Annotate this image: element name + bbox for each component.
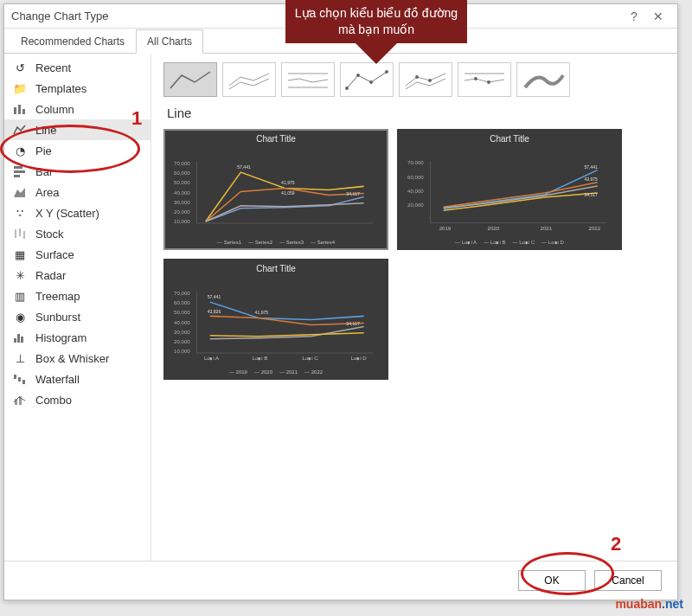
svg-text:40,000: 40,000 xyxy=(174,189,190,196)
sidebar-item-scatter[interactable]: ∵X Y (Scatter) xyxy=(4,202,151,223)
sidebar-item-surface[interactable]: ▦Surface xyxy=(4,244,151,265)
stock-chart-icon xyxy=(11,227,29,241)
subtype-100-stacked-line-markers[interactable] xyxy=(458,62,511,97)
svg-text:70,000: 70,000 xyxy=(174,290,190,296)
svg-text:43,975: 43,975 xyxy=(584,176,598,182)
svg-text:Loại D: Loại D xyxy=(350,355,367,362)
svg-text:57,441: 57,441 xyxy=(208,294,221,299)
sidebar-item-radar[interactable]: ✳Radar xyxy=(4,265,151,286)
svg-point-25 xyxy=(487,80,490,84)
svg-point-23 xyxy=(428,79,432,82)
svg-rect-3 xyxy=(14,166,22,169)
svg-rect-1 xyxy=(18,105,21,114)
sidebar-item-sunburst[interactable]: ◉Sunburst xyxy=(4,306,151,327)
sidebar-item-column[interactable]: Column xyxy=(4,99,151,119)
svg-rect-5 xyxy=(14,175,20,177)
svg-rect-10 xyxy=(14,338,16,343)
annotation-callout: Lựa chọn kiểu biểu đồ đường mà bạn muốn xyxy=(285,0,467,43)
svg-point-19 xyxy=(356,74,360,77)
close-button[interactable]: ✕ xyxy=(646,10,670,23)
svg-text:41,059: 41,059 xyxy=(281,190,295,196)
svg-rect-2 xyxy=(22,109,25,114)
svg-text:60,000: 60,000 xyxy=(174,170,190,176)
svg-text:50,000: 50,000 xyxy=(174,179,190,185)
svg-rect-11 xyxy=(17,334,20,343)
svg-text:Loại B: Loại B xyxy=(253,355,268,362)
column-chart-icon xyxy=(11,102,29,116)
subtype-3d-line[interactable] xyxy=(516,62,570,97)
svg-text:40,000: 40,000 xyxy=(174,319,190,325)
svg-text:34,117: 34,117 xyxy=(346,191,360,196)
svg-text:41,975: 41,975 xyxy=(255,310,269,315)
svg-text:60,000: 60,000 xyxy=(174,299,190,305)
svg-text:34,117: 34,117 xyxy=(584,192,598,197)
watermark: muaban.net xyxy=(615,597,683,611)
sidebar-item-histogram[interactable]: Histogram xyxy=(4,327,151,348)
annotation-number-2: 2 xyxy=(611,533,621,555)
help-button[interactable]: ? xyxy=(622,10,646,23)
undo-icon: ↺ xyxy=(11,61,29,74)
chart-preview-3[interactable]: Chart Title 70,00060,00050,00040,00030,0… xyxy=(163,259,388,380)
svg-text:20,000: 20,000 xyxy=(174,338,190,344)
histogram-icon xyxy=(11,330,29,344)
subtype-line[interactable] xyxy=(163,62,217,97)
cancel-button[interactable]: Cancel xyxy=(594,570,662,591)
chart-preview-1[interactable]: Chart Title 70,00060,00050,00040,00030,0… xyxy=(163,129,388,250)
chart-content-panel: Line Chart Title 70,00060,00050,00040,00… xyxy=(151,54,677,561)
sidebar-item-waterfall[interactable]: Waterfall xyxy=(4,369,151,389)
svg-text:57,441: 57,441 xyxy=(237,164,251,170)
svg-text:60,000: 60,000 xyxy=(407,174,424,180)
subtype-100-stacked-line[interactable] xyxy=(281,62,335,97)
svg-text:70,000: 70,000 xyxy=(174,160,190,166)
sidebar-item-bar[interactable]: Bar xyxy=(4,161,151,182)
box-whisker-icon: ⊥ xyxy=(11,351,29,365)
svg-rect-12 xyxy=(21,337,23,343)
scatter-chart-icon: ∵ xyxy=(11,206,29,220)
svg-text:Loại C: Loại C xyxy=(303,355,319,362)
subtype-stacked-line-markers[interactable] xyxy=(399,62,452,97)
subtype-stacked-line[interactable] xyxy=(222,62,276,97)
svg-text:57,441: 57,441 xyxy=(584,164,598,170)
svg-text:41,975: 41,975 xyxy=(281,180,295,185)
sidebar-item-combo[interactable]: Combo xyxy=(4,389,151,410)
svg-point-22 xyxy=(415,75,419,79)
subtype-line-markers[interactable] xyxy=(340,62,394,97)
svg-text:34,117: 34,117 xyxy=(346,321,360,326)
svg-rect-14 xyxy=(18,377,21,382)
sidebar-item-stock[interactable]: Stock xyxy=(4,223,151,244)
sidebar-item-recent[interactable]: ↺Recent xyxy=(4,57,151,78)
svg-text:40,000: 40,000 xyxy=(407,188,424,194)
sidebar-item-templates[interactable]: 📁Templates xyxy=(4,78,151,99)
svg-text:30,000: 30,000 xyxy=(174,199,190,205)
section-title: Line xyxy=(167,106,665,120)
chart-previews: Chart Title 70,00060,00050,00040,00030,0… xyxy=(163,129,665,380)
pie-chart-icon: ◔ xyxy=(11,144,29,157)
folder-icon: 📁 xyxy=(11,81,29,95)
surface-chart-icon: ▦ xyxy=(11,247,29,261)
tab-all-charts[interactable]: All Charts xyxy=(136,29,203,54)
svg-text:20,000: 20,000 xyxy=(407,202,424,208)
sidebar-item-box-whisker[interactable]: ⊥Box & Whisker xyxy=(4,348,151,369)
bar-chart-icon xyxy=(11,164,29,178)
svg-rect-15 xyxy=(22,380,25,384)
line-chart-icon xyxy=(11,123,29,137)
chart-category-list: ↺Recent 📁Templates Column Line ◔Pie Bar … xyxy=(4,54,151,561)
svg-rect-0 xyxy=(14,107,16,114)
svg-marker-6 xyxy=(14,188,25,197)
svg-point-24 xyxy=(474,77,477,80)
svg-text:2019: 2019 xyxy=(439,225,452,231)
svg-text:30,000: 30,000 xyxy=(174,329,190,335)
line-subtype-row xyxy=(163,62,665,97)
sunburst-icon: ◉ xyxy=(11,310,29,324)
svg-point-21 xyxy=(385,70,388,74)
sidebar-item-pie[interactable]: ◔Pie xyxy=(4,140,151,161)
sidebar-item-treemap[interactable]: ▥Treemap xyxy=(4,286,151,306)
chart-preview-2[interactable]: Chart Title 70,00060,00040,00020,000 57,… xyxy=(397,129,622,250)
tab-recommended[interactable]: Recommended Charts xyxy=(10,29,136,54)
waterfall-icon xyxy=(11,372,29,386)
ok-button[interactable]: OK xyxy=(518,570,586,591)
svg-text:50,000: 50,000 xyxy=(174,309,190,315)
sidebar-item-line[interactable]: Line xyxy=(4,119,151,140)
sidebar-item-area[interactable]: Area xyxy=(4,182,151,202)
svg-text:43,826: 43,826 xyxy=(208,309,221,314)
